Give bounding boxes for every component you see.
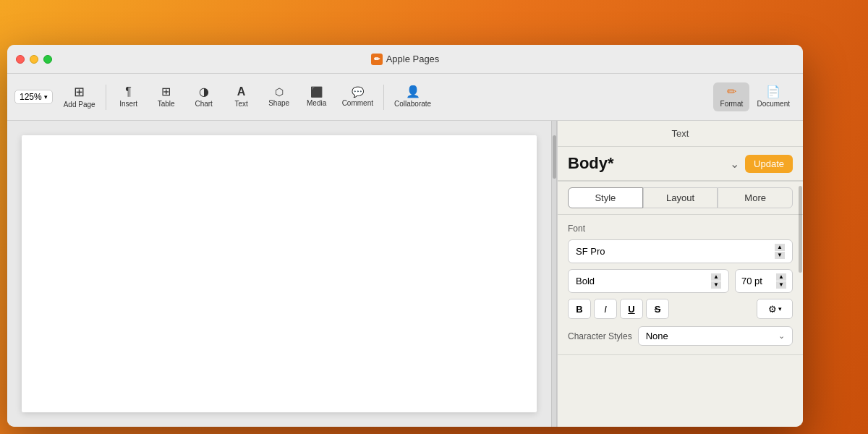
font-size-selector[interactable]: 70 pt ▲ ▼ xyxy=(735,269,793,293)
media-icon: ⬛ xyxy=(310,87,323,97)
collaborate-icon: 👤 xyxy=(406,86,420,98)
font-size-value: 70 pt xyxy=(741,276,762,286)
table-icon: ⊞ xyxy=(161,86,171,98)
panel-scrollbar[interactable] xyxy=(798,179,803,427)
app-window: ✏ Apple Pages 125% ▾ ⊞ Add Page ¶ Insert… xyxy=(7,45,803,427)
insert-label: Insert xyxy=(119,100,137,108)
font-name-value: SF Pro xyxy=(576,246,605,257)
font-size-up[interactable]: ▲ xyxy=(776,273,786,281)
minimize-button[interactable] xyxy=(30,55,38,64)
table-label: Table xyxy=(158,100,175,108)
tab-more[interactable]: More xyxy=(718,187,793,208)
font-size-stepper[interactable]: ▲ ▼ xyxy=(776,273,786,289)
document-icon: 📄 xyxy=(766,86,780,98)
traffic-lights xyxy=(16,55,52,64)
add-page-icon: ⊞ xyxy=(74,85,85,98)
font-size-down[interactable]: ▼ xyxy=(776,281,786,289)
char-styles-value: None xyxy=(646,331,668,341)
update-button[interactable]: Update xyxy=(745,155,793,173)
panel-scrollbar-thumb[interactable] xyxy=(799,186,802,273)
document-label: Document xyxy=(757,100,790,108)
app-icon: ✏ xyxy=(371,54,383,65)
maximize-button[interactable] xyxy=(43,55,52,64)
gear-chevron-icon: ▾ xyxy=(778,305,782,312)
toolbar-item-text[interactable]: A Text xyxy=(224,82,260,111)
toolbar-item-comment[interactable]: 💬 Comment xyxy=(336,83,379,111)
collaborate-label: Collaborate xyxy=(394,100,431,108)
char-styles-label: Character Styles xyxy=(568,331,632,341)
toolbar-item-table[interactable]: ⊞ Table xyxy=(148,82,184,111)
comment-label: Comment xyxy=(342,99,373,107)
toolbar-item-insert[interactable]: ¶ Insert xyxy=(111,82,147,111)
titlebar: ✏ Apple Pages xyxy=(7,45,803,74)
style-chevron-icon[interactable]: ⌄ xyxy=(730,157,739,171)
right-panel: Text Body* ⌄ Update Style Layout More Fo… xyxy=(557,121,803,427)
toolbar-item-document[interactable]: 📄 Document xyxy=(751,82,796,111)
media-label: Media xyxy=(307,99,326,107)
toolbar-item-add-page[interactable]: ⊞ Add Page xyxy=(58,82,101,112)
scrollbar-area[interactable] xyxy=(551,121,557,427)
font-section: Font SF Pro ▲ ▼ Bold ▲ ▼ xyxy=(558,215,803,355)
font-style-down[interactable]: ▼ xyxy=(711,281,721,289)
format-buttons-row: B I U S ⚙ ▾ xyxy=(568,299,793,319)
panel-header: Text xyxy=(558,121,803,147)
shape-label: Shape xyxy=(268,99,289,107)
tab-layout[interactable]: Layout xyxy=(643,187,718,208)
text-icon: A xyxy=(237,86,246,98)
tab-style[interactable]: Style xyxy=(568,187,643,208)
zoom-control[interactable]: 125% ▾ xyxy=(14,90,53,104)
style-selector: Body* ⌄ Update xyxy=(558,147,803,181)
strikethrough-button[interactable]: S xyxy=(646,299,669,319)
comment-icon: 💬 xyxy=(352,87,364,97)
char-styles-chevron-icon: ⌄ xyxy=(778,331,785,341)
font-style-selector[interactable]: Bold ▲ ▼ xyxy=(568,269,729,293)
text-label: Text xyxy=(234,100,247,108)
font-style-stepper[interactable]: ▲ ▼ xyxy=(711,273,721,289)
font-name-up[interactable]: ▲ xyxy=(775,244,785,251)
gear-button[interactable]: ⚙ ▾ xyxy=(757,299,793,319)
font-section-label: Font xyxy=(568,224,793,234)
style-name: Body* xyxy=(568,154,724,173)
close-button[interactable] xyxy=(16,55,25,64)
font-style-up[interactable]: ▲ xyxy=(711,273,721,281)
chart-icon: ◑ xyxy=(199,86,209,98)
font-style-size-row: Bold ▲ ▼ 70 pt ▲ ▼ xyxy=(568,269,793,293)
bold-button[interactable]: B xyxy=(568,299,591,319)
shape-icon: ⬡ xyxy=(275,87,284,97)
format-label: Format xyxy=(720,100,744,108)
toolbar-item-shape[interactable]: ⬡ Shape xyxy=(261,83,297,111)
font-name-selector[interactable]: SF Pro ▲ ▼ xyxy=(568,239,793,263)
app-title: Apple Pages xyxy=(386,54,440,64)
zoom-value: 125% xyxy=(20,92,42,102)
titlebar-title: ✏ Apple Pages xyxy=(371,54,440,65)
toolbar-item-collaborate[interactable]: 👤 Collaborate xyxy=(388,82,437,111)
chart-label: Chart xyxy=(195,100,212,108)
canvas-area[interactable] xyxy=(7,121,551,427)
zoom-chevron-icon: ▾ xyxy=(44,93,48,101)
underline-button[interactable]: U xyxy=(620,299,643,319)
sub-tabs: Style Layout More xyxy=(558,182,803,215)
panel-header-text: Text xyxy=(672,128,689,139)
main-content: Text Body* ⌄ Update Style Layout More Fo… xyxy=(7,121,803,427)
character-styles-row: Character Styles None ⌄ xyxy=(568,326,793,346)
add-page-label: Add Page xyxy=(64,101,95,109)
scrollbar-thumb[interactable] xyxy=(553,135,556,179)
font-name-down[interactable]: ▼ xyxy=(775,252,785,259)
toolbar-separator-2 xyxy=(383,85,384,110)
gear-icon: ⚙ xyxy=(768,304,777,315)
format-icon: ✏ xyxy=(727,86,736,98)
toolbar-item-media[interactable]: ⬛ Media xyxy=(299,83,335,111)
toolbar: 125% ▾ ⊞ Add Page ¶ Insert ⊞ Table ◑ Cha… xyxy=(7,74,803,121)
document-page[interactable] xyxy=(22,135,537,412)
font-name-stepper[interactable]: ▲ ▼ xyxy=(775,244,785,259)
toolbar-separator-1 xyxy=(106,85,106,110)
toolbar-item-format[interactable]: ✏ Format xyxy=(713,82,749,111)
insert-icon: ¶ xyxy=(125,86,132,98)
font-style-value: Bold xyxy=(576,276,595,286)
toolbar-item-chart[interactable]: ◑ Chart xyxy=(186,82,222,111)
italic-button[interactable]: I xyxy=(594,299,617,319)
char-styles-selector[interactable]: None ⌄ xyxy=(638,326,793,346)
